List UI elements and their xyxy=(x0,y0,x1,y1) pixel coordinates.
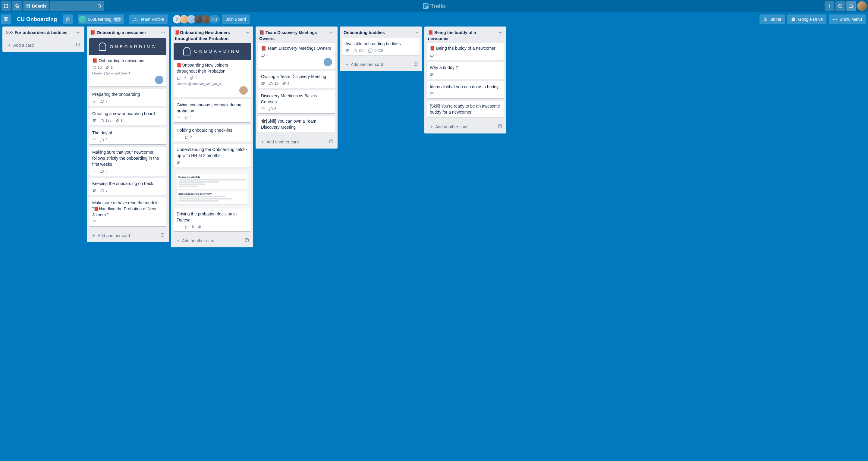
info-button[interactable] xyxy=(835,1,845,11)
comments-count: 314 xyxy=(359,49,365,53)
google-drive-button[interactable]: Google Drive xyxy=(787,14,827,24)
plus-icon xyxy=(827,4,832,8)
card-badges: 2 xyxy=(92,169,163,173)
card-member-avatar[interactable] xyxy=(324,58,332,66)
list-menu-button[interactable] xyxy=(75,30,82,37)
card[interactable]: Creating a new onboarding board1351 xyxy=(89,108,166,125)
card[interactable]: 📕 Team Discovery Meetings Owners2 xyxy=(258,43,335,69)
list-title[interactable]: 📕Onboarding New Joiners throughout their… xyxy=(175,30,244,41)
home-button[interactable] xyxy=(12,1,22,11)
add-card-button[interactable]: Add another card xyxy=(427,123,495,131)
list-title[interactable]: 📕 Onboarding a newcomer xyxy=(90,30,160,36)
card[interactable]: Understanding the Onboarding catch-up wi… xyxy=(174,144,251,167)
card-badges xyxy=(430,92,501,96)
list-title[interactable]: Onboarding buddies xyxy=(344,30,413,36)
svg-point-52 xyxy=(499,33,500,33)
list-title[interactable]: 📕 Team Discovery Meetings Owners xyxy=(259,30,329,41)
card-body: Understanding the Onboarding catch-up wi… xyxy=(174,144,251,167)
toast-icon xyxy=(183,47,190,56)
list-menu-button[interactable] xyxy=(160,30,166,37)
card[interactable]: Available onboarding buddies31424/29 xyxy=(342,38,420,55)
list-menu-button[interactable] xyxy=(329,30,335,37)
card-badges xyxy=(430,72,501,76)
profile-avatar[interactable] xyxy=(857,1,867,11)
card-badges: 2 xyxy=(92,138,163,142)
logo[interactable]: Trello xyxy=(423,3,445,10)
board-title[interactable]: CU Onboarding xyxy=(13,14,61,24)
visibility-button[interactable]: Team Visible xyxy=(129,14,167,24)
card-body: 📕Onboarding New Joiners throughout their… xyxy=(174,60,251,97)
list-menu-button[interactable] xyxy=(413,30,420,37)
card[interactable]: Why a buddy ? xyxy=(427,62,504,79)
card-title: Making sure that your newcomer follows s… xyxy=(92,149,163,167)
card[interactable]: Giving continuous feedback during probat… xyxy=(174,99,251,122)
more-members[interactable]: +51 xyxy=(209,15,220,24)
list-menu-button[interactable] xyxy=(497,30,504,37)
plus-icon xyxy=(92,234,96,238)
card-template-button[interactable] xyxy=(243,236,251,245)
member-stack[interactable]: C +51 xyxy=(173,15,220,24)
board-canvas[interactable]: >>> For onboarders & buddies Add a card … xyxy=(0,27,868,461)
card[interactable]: Make sure to have read the module "📕Hand… xyxy=(89,197,166,226)
apps-button[interactable] xyxy=(1,1,11,11)
list-title[interactable]: >>> For onboarders & buddies xyxy=(6,30,75,36)
comments-count: 135 xyxy=(105,118,112,123)
svg-point-2 xyxy=(7,4,8,5)
desc-icon xyxy=(261,107,265,111)
board-view-button[interactable] xyxy=(1,14,11,24)
card-member-avatar[interactable] xyxy=(239,86,248,95)
bell-icon xyxy=(849,4,854,8)
team-chip[interactable]: 360Learning BC xyxy=(78,14,124,24)
card[interactable]: ONBOARDING📕Onboarding New Joiners throug… xyxy=(174,43,251,97)
card-template-button[interactable] xyxy=(412,60,420,69)
comments-badge: 2 xyxy=(184,135,192,139)
card[interactable]: 🎓[Skill] You can own a Team Discovery Me… xyxy=(258,116,335,132)
card-cover: ONBOARDING xyxy=(174,43,251,60)
card[interactable]: Making sure that your newcomer follows s… xyxy=(89,147,166,176)
card[interactable]: Keeping the onboarding on track.8 xyxy=(89,178,166,195)
description-badge xyxy=(261,107,265,111)
card[interactable]: ONBOARDING📕 Onboarding a newcomer101Owne… xyxy=(89,38,166,87)
card-template-button[interactable] xyxy=(158,231,166,240)
card[interactable]: The day of2 xyxy=(89,127,166,144)
add-card-button[interactable]: Add a card xyxy=(5,41,73,50)
card[interactable]: Owning a Team Discovery Meeting184 xyxy=(258,71,335,88)
svg-rect-40 xyxy=(246,239,248,240)
create-button[interactable] xyxy=(825,1,834,11)
boards-button[interactable]: Boards xyxy=(23,1,49,11)
butler-button[interactable]: Butler xyxy=(760,14,785,24)
card-member-avatar[interactable] xyxy=(155,75,163,84)
card[interactable]: Ideas of what you can do as a buddy xyxy=(427,81,504,98)
list-menu-button[interactable] xyxy=(244,30,251,37)
add-card-button[interactable]: Add another card xyxy=(89,232,157,240)
svg-rect-20 xyxy=(764,19,767,21)
card-template-button[interactable] xyxy=(327,137,335,146)
comment-icon xyxy=(177,76,181,80)
card-template-button[interactable] xyxy=(496,122,504,131)
star-button[interactable] xyxy=(63,14,73,24)
card[interactable]: Preparing the onboarding9 xyxy=(89,89,166,106)
card-title: Available onboarding buddies xyxy=(345,41,416,47)
card[interactable]: [Skill] You're ready to be an awesome bu… xyxy=(427,101,504,118)
add-card-button[interactable]: Add another card xyxy=(342,60,410,69)
attachments-count: 4 xyxy=(287,81,289,86)
card-title: Why a buddy ? xyxy=(430,64,501,70)
list-title[interactable]: 📕 Being the buddy of a newcomer xyxy=(428,30,497,41)
join-board-button[interactable]: Join Board xyxy=(222,14,250,24)
show-menu-button[interactable]: Show Menu xyxy=(829,14,866,24)
list: 📕 Being the buddy of a newcomer 📕 Being … xyxy=(424,27,506,133)
separator xyxy=(75,17,75,22)
card[interactable]: 📕 Being the buddy of a newcomer2 xyxy=(427,43,504,60)
card-title: Keeping the onboarding on track. xyxy=(92,181,163,186)
list-header: 📕 Team Discovery Meetings Owners xyxy=(255,27,338,43)
card[interactable]: Response visibility Select a response an… xyxy=(174,169,251,232)
card[interactable]: Discovery Meetings vs Basics Courses3 xyxy=(258,90,335,113)
add-card-button[interactable]: Add another card xyxy=(258,138,326,146)
add-card-button[interactable]: Add another card xyxy=(174,237,242,245)
svg-point-53 xyxy=(500,33,501,33)
card-template-button[interactable] xyxy=(74,41,82,50)
notifications-button[interactable] xyxy=(846,1,856,11)
svg-rect-39 xyxy=(245,239,249,242)
card[interactable]: Holding onboarding check-ins2 xyxy=(174,125,251,142)
search-input[interactable] xyxy=(50,1,104,11)
